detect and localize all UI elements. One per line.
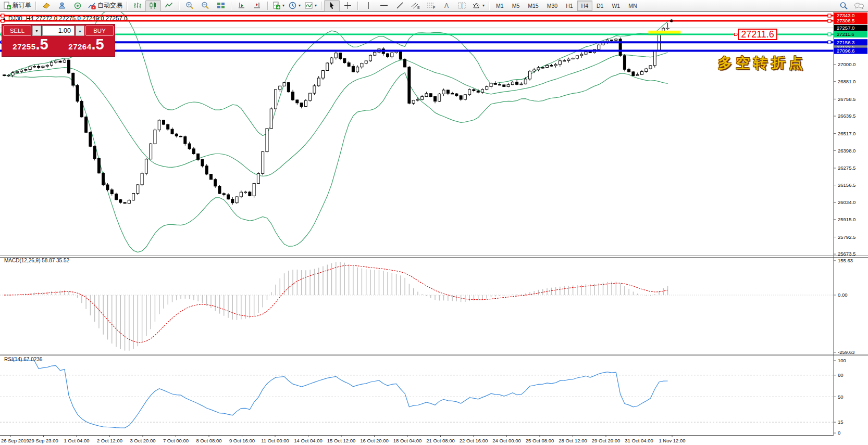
zoom-in-button[interactable] <box>182 0 197 11</box>
toolbar-separator <box>267 2 268 10</box>
text-a-icon: A <box>443 2 450 9</box>
chart-shift-button[interactable] <box>250 0 265 11</box>
sell-price[interactable]: 27255 .5 <box>3 37 58 55</box>
volume-increase-button[interactable]: ▲ <box>76 26 84 36</box>
svg-text:27156.3: 27156.3 <box>837 40 854 45</box>
svg-text:25673.5: 25673.5 <box>838 251 855 257</box>
fibonacci-icon: F <box>427 2 436 9</box>
fibonacci-button[interactable]: F <box>423 0 439 11</box>
candlestick-chart-button[interactable] <box>145 0 161 11</box>
svg-text:50: 50 <box>838 394 844 400</box>
svg-text:F: F <box>433 6 435 9</box>
line-chart-icon <box>165 2 173 9</box>
volume-input[interactable]: 1.00 <box>42 26 75 36</box>
search-icon <box>839 2 848 10</box>
svg-text:16 Oct 20:00: 16 Oct 20:00 <box>360 438 388 443</box>
shapes-button[interactable]: ▾ <box>470 0 487 11</box>
indicators-button[interactable]: ▾ <box>303 0 319 11</box>
toolbar-separator <box>179 2 180 10</box>
svg-text:29 Oct 20:00: 29 Oct 20:00 <box>592 438 620 443</box>
text-button[interactable]: A <box>439 0 454 11</box>
deposit-button[interactable] <box>39 0 54 11</box>
svg-text:8 Oct 08:00: 8 Oct 08:00 <box>196 438 221 443</box>
zoom-out-button[interactable] <box>197 0 213 11</box>
timeframe-button-m30[interactable]: M30 <box>543 1 562 11</box>
autotrading-button[interactable]: 自动交易 <box>85 0 125 11</box>
timeframe-button-mn[interactable]: MN <box>624 1 641 11</box>
buy-price[interactable]: 27264 .5 <box>59 37 114 55</box>
search-button[interactable] <box>836 0 851 11</box>
market-watch-button[interactable] <box>54 0 70 11</box>
cursor-icon <box>328 2 336 9</box>
hline-handle <box>828 41 831 44</box>
timeframe-button-w1[interactable]: W1 <box>607 1 624 11</box>
chat-icon <box>854 2 864 10</box>
price-callout-box[interactable]: 27211.6 <box>738 29 777 40</box>
price-callout-handle[interactable] <box>734 33 737 36</box>
svg-text:26758.5: 26758.5 <box>838 96 855 102</box>
new-order-button[interactable]: 新订单 <box>1 0 33 11</box>
svg-text:2 Oct 12:00: 2 Oct 12:00 <box>97 438 122 443</box>
svg-text:E: E <box>417 6 420 9</box>
svg-text:15 Oct 12:00: 15 Oct 12:00 <box>327 438 355 443</box>
direction-up-icon: ▲ <box>2 16 6 21</box>
volume-decrease-button[interactable]: ▼ <box>32 26 41 36</box>
timeframe-button-m15[interactable]: M15 <box>524 1 542 11</box>
timeframe-button-m1[interactable]: M1 <box>492 1 508 11</box>
vertical-line-button[interactable] <box>361 0 376 11</box>
svg-text:0: 0 <box>838 430 840 436</box>
svg-text:26034.0: 26034.0 <box>838 199 855 205</box>
timeframe-button-m5[interactable]: M5 <box>508 1 524 11</box>
new-chart-button[interactable]: ▾ <box>270 0 287 11</box>
autotrading-icon <box>88 2 96 9</box>
timeframe-button-h1[interactable]: H1 <box>562 1 577 11</box>
horizontal-line-button[interactable] <box>376 0 392 11</box>
sell-button[interactable]: SELL <box>3 26 31 36</box>
candlestick-chart-icon <box>149 2 157 9</box>
auto-scroll-button[interactable] <box>234 0 250 11</box>
svg-text:27257.0: 27257.0 <box>837 25 854 31</box>
toolbar-separator <box>321 2 322 10</box>
sell-price-pip: .5 <box>36 37 48 52</box>
svg-text:28 Oct 12:00: 28 Oct 12:00 <box>559 438 587 443</box>
crosshair-icon <box>344 2 352 9</box>
chevron-down-icon: ▾ <box>282 3 284 8</box>
macd-indicator-label: MACD(12,26,9) 58.87 35.52 <box>4 258 69 263</box>
buy-button[interactable]: BUY <box>85 26 114 36</box>
crosshair-button[interactable] <box>340 0 355 11</box>
toolbar-separator <box>35 2 36 10</box>
chat-button[interactable] <box>851 0 867 11</box>
chevron-down-icon: ▾ <box>482 3 485 8</box>
rsi-indicator-label: RSI(14) 67.0236 <box>4 357 42 362</box>
svg-text:14 Oct 04:00: 14 Oct 04:00 <box>294 438 322 443</box>
chinese-annotation[interactable]: 多空转折点 <box>718 54 807 72</box>
sell-price-main: 27255 <box>13 42 35 51</box>
line-chart-button[interactable] <box>161 0 177 11</box>
svg-text:15: 15 <box>838 419 844 425</box>
svg-text:26156.5: 26156.5 <box>838 182 855 188</box>
timeframe-button-h4[interactable]: H4 <box>577 1 592 11</box>
svg-text:26881.0: 26881.0 <box>838 79 855 84</box>
signal-button[interactable] <box>70 0 85 11</box>
svg-text:21 Oct 08:00: 21 Oct 08:00 <box>426 438 454 443</box>
text-label-button[interactable]: T <box>454 0 470 11</box>
hline-handle <box>828 33 831 36</box>
bar-chart-button[interactable] <box>130 0 145 11</box>
person-icon <box>58 2 66 9</box>
trade-panel-prices: 27255 .5 27264 .5 <box>3 37 114 55</box>
svg-text:22 Oct 16:00: 22 Oct 16:00 <box>460 438 488 443</box>
svg-text:26 Sep 2019: 26 Sep 2019 <box>1 438 29 443</box>
periods-button[interactable]: ▾ <box>287 0 303 11</box>
buy-price-pip: .5 <box>92 37 104 52</box>
tile-windows-button[interactable] <box>213 0 229 11</box>
timeframe-button-d1[interactable]: D1 <box>592 1 607 11</box>
new-order-label: 新订单 <box>13 1 31 10</box>
signal-icon <box>73 2 82 9</box>
svg-text:155.63: 155.63 <box>838 258 853 263</box>
svg-text:26639.5: 26639.5 <box>838 113 855 119</box>
cursor-button[interactable] <box>324 0 340 11</box>
equidistant-channel-button[interactable]: E <box>407 0 423 11</box>
autotrading-label: 自动交易 <box>97 1 122 10</box>
trendline-button[interactable] <box>392 0 407 11</box>
auto-scroll-icon <box>238 2 246 9</box>
